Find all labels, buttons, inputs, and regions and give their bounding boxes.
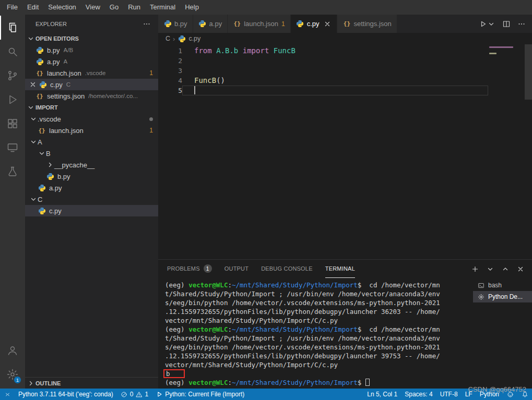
activity-run-debug[interactable] (0, 88, 25, 112)
terminal-icon (477, 281, 485, 289)
menu-selection[interactable]: Selection (43, 0, 80, 15)
run-debug-icon (6, 93, 19, 106)
tab-settings.json[interactable]: {}settings.json (337, 15, 397, 33)
terminal-tab-bash[interactable]: bash (473, 280, 532, 291)
folder-B[interactable]: B (25, 148, 158, 159)
menu-terminal[interactable]: Terminal (145, 0, 180, 15)
run-python-file-button[interactable] (479, 20, 495, 28)
activity-testing[interactable] (0, 160, 25, 184)
panel-tab-terminal[interactable]: TERMINAL (325, 260, 355, 278)
chevron-right-icon (46, 161, 54, 169)
chevron-down-icon (487, 20, 495, 28)
terminal-line: .12.1559732655/pythonFiles/lib/python/de… (165, 351, 473, 360)
open-editors-header[interactable]: OPEN EDITORS (25, 33, 158, 44)
panel-tab-output[interactable]: OUTPUT (224, 260, 249, 278)
code-line-1: 1from A.B.b import FuncB (158, 46, 488, 56)
breadcrumb-file[interactable]: c.py (188, 35, 200, 42)
status-feedback[interactable] (503, 389, 517, 400)
activity-extensions[interactable] (0, 112, 25, 136)
file-name: launch.json (47, 69, 81, 77)
status-encoding[interactable]: UTF-8 (436, 389, 462, 400)
status-text: UTF-8 (440, 391, 458, 398)
menu-edit[interactable]: Edit (22, 0, 43, 15)
panel-tab-problems[interactable]: PROBLEMS1 (167, 260, 212, 278)
terminal-dropdown-button[interactable] (486, 265, 494, 273)
file-tree: .vscode{}launch.json1AB__pycache__b.pya.… (25, 113, 158, 216)
open-editor-settings.json[interactable]: {}settings.json/home/vector/.co... (25, 90, 158, 102)
close-icon[interactable] (29, 80, 37, 89)
activity-settings[interactable]: 1 (0, 362, 25, 386)
tab-c.py[interactable]: c.py (291, 15, 338, 33)
status-problems[interactable]: 01 (117, 389, 152, 400)
outline-header[interactable]: OUTLINE (25, 377, 158, 389)
close-tab-icon[interactable] (323, 20, 332, 28)
menu-help[interactable]: Help (180, 0, 204, 15)
source-control-icon (6, 69, 19, 82)
line-number: 4 (158, 76, 182, 86)
scrollbar-thumb[interactable] (525, 44, 532, 100)
chevron-down-icon (27, 103, 35, 112)
file-c.py[interactable]: c.py (25, 205, 158, 216)
folder-__pycache__[interactable]: __pycache__ (25, 159, 158, 171)
file-name: b.py (47, 46, 60, 54)
file-launch.json[interactable]: {}launch.json1 (25, 125, 158, 136)
code-text: FuncB() (182, 76, 488, 86)
status-cursor-position[interactable]: Ln 5, Col 1 (363, 389, 401, 400)
editor-scrollbar[interactable] (525, 44, 532, 259)
folder-section-header[interactable]: IMPORT (25, 102, 158, 113)
split-editor-button[interactable] (502, 20, 511, 28)
activity-search[interactable] (0, 40, 25, 64)
status-python-interpreter[interactable]: Python 3.7.11 64-bit ('eeg': conda) (15, 389, 117, 400)
menu-view[interactable]: View (81, 0, 105, 15)
tab-launch.json[interactable]: {}launch.json1 (228, 15, 290, 33)
status-notifications[interactable] (517, 389, 532, 400)
bell-icon (521, 391, 528, 398)
folder-A[interactable]: A (25, 136, 158, 148)
file-a.py[interactable]: a.py (25, 182, 158, 193)
open-editor-a.py[interactable]: a.pyA (25, 56, 158, 67)
menu-run[interactable]: Run (123, 0, 145, 15)
close-panel-button[interactable] (516, 265, 525, 273)
breadcrumb[interactable]: C › c.py (158, 33, 532, 44)
json-file-icon: {} (342, 20, 351, 28)
menu-file[interactable]: File (2, 0, 22, 15)
activity-account[interactable] (0, 338, 25, 362)
breadcrumb-folder[interactable]: C (165, 35, 170, 42)
maximize-panel-button[interactable] (501, 265, 510, 273)
status-indentation[interactable]: Spaces: 4 (401, 389, 436, 400)
open-editor-launch.json[interactable]: {}launch.json.vscode1 (25, 67, 158, 79)
activity-explorer[interactable] (0, 16, 25, 40)
file-name: a.py (47, 58, 60, 66)
menu-go[interactable]: Go (105, 0, 123, 15)
status-remote-indicator[interactable] (0, 389, 15, 400)
python-file-icon (296, 20, 304, 28)
file-name: b.py (57, 173, 70, 180)
activity-remote-explorer[interactable] (0, 136, 25, 160)
search-icon (6, 45, 19, 58)
tab-b.py[interactable]: b.py (158, 15, 193, 33)
open-editor-c.py[interactable]: c.pyC (25, 79, 158, 90)
code-lines: 1from A.B.b import FuncB234FuncB()5 (158, 44, 532, 95)
new-terminal-button[interactable] (471, 265, 479, 273)
status-eol[interactable]: LF (462, 389, 476, 400)
modified-dot (149, 117, 153, 121)
folder-.vscode[interactable]: .vscode (25, 113, 158, 125)
terminal-output[interactable]: (eeg) vector@WLC:~/mnt/Shared/Study/Pyth… (158, 278, 473, 389)
panel-tab-label: OUTPUT (224, 265, 249, 272)
tab-a.py[interactable]: a.py (193, 15, 228, 33)
folder-name: C (38, 196, 42, 203)
folder-C[interactable]: C (25, 193, 158, 205)
status-debug-configuration[interactable]: Python: Current File (Import) (152, 389, 248, 400)
more-actions-button[interactable] (517, 20, 526, 28)
line-number: 3 (158, 66, 182, 76)
file-b.py[interactable]: b.py (25, 171, 158, 182)
open-editor-b.py[interactable]: b.pyA/B (25, 44, 158, 56)
activity-source-control[interactable] (0, 64, 25, 88)
minimap[interactable] (488, 44, 525, 259)
status-language-mode[interactable]: Python (476, 389, 503, 400)
panel-tab-debug-console[interactable]: DEBUG CONSOLE (261, 260, 313, 278)
more-actions-icon[interactable] (143, 20, 151, 28)
code-editor[interactable]: 1from A.B.b import FuncB234FuncB()5 (158, 44, 532, 259)
terminal-line: vector/mnt/Shared/Study/Python/Import/C/… (165, 316, 473, 325)
terminal-tab-python-de-[interactable]: Python De... (473, 291, 532, 302)
